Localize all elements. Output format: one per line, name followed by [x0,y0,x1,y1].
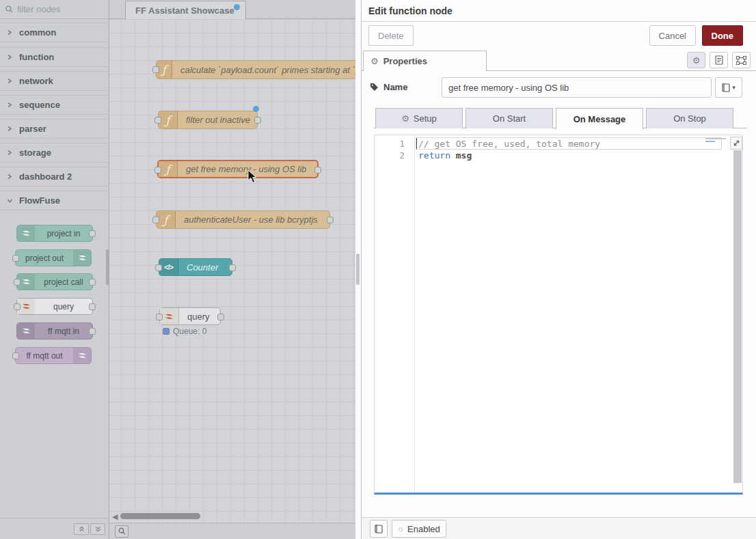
expand-editor-button[interactable] [730,137,742,150]
flow-canvas[interactable]: FF Assistant Showcase ƒ calculate `paylo… [109,0,355,539]
output-port[interactable] [89,230,96,237]
canvas-vertical-scrollbar[interactable] [355,0,361,539]
code-icon: </> [159,259,178,275]
chevron-right-icon [7,78,15,84]
output-port[interactable] [314,167,321,174]
palette-category-parser[interactable]: parser [0,119,109,139]
output-port[interactable] [89,303,96,310]
scrollbar-thumb[interactable] [356,253,360,285]
palette-node-project-out[interactable]: project out [15,249,92,266]
flow-node-filter-out-inactive[interactable]: ƒ filter out inactive [158,111,258,129]
input-port[interactable] [14,303,21,310]
output-port[interactable] [217,314,224,320]
palette-scrollbar[interactable] [106,249,109,285]
tab-properties[interactable]: ⚙ Properties [363,51,487,71]
flow-node-calculate-primes[interactable]: ƒ calculate `payload.count` primes start… [156,60,355,79]
editor-scrollbar[interactable] [733,150,742,483]
name-label: Name [370,82,407,92]
tray-tab-bar: ⚙ Properties ⚙ [362,51,756,71]
canvas-search-button[interactable] [115,525,129,538]
palette-category-storage[interactable]: storage [0,143,109,163]
tab-on-message[interactable]: On Message [556,108,643,129]
gear-icon: ⚙ [370,56,379,66]
tray-toolbar: Delete Cancel Done [362,23,756,51]
function-icon: ƒ [159,111,178,128]
output-port[interactable] [229,264,236,271]
query-icon [160,308,179,324]
library-button[interactable]: ▾ [715,77,742,98]
chevron-right-icon [7,174,15,180]
node-name-input[interactable] [442,77,712,98]
palette-node-label: project call [35,277,92,287]
tab-setup[interactable]: ⚙ Setup [375,108,463,128]
palette-node-ff-mqtt-out[interactable]: ff mqtt out [15,347,92,364]
properties-icon-button[interactable]: ⚙ [687,52,705,68]
input-port[interactable] [14,279,21,286]
horizontal-scrollbar[interactable] [120,513,200,519]
node-label: Counter [187,262,218,273]
mouse-cursor [247,169,257,184]
tray-title: Edit function node [362,0,756,22]
scroll-left-arrow[interactable]: ◀ [112,512,118,521]
palette-category-network[interactable]: network [0,71,109,91]
flow-grid[interactable]: ƒ calculate `payload.count` primes start… [109,19,355,523]
palette-category-dashboard-2[interactable]: dashboard 2 [0,167,109,186]
cancel-button[interactable]: Cancel [649,25,696,46]
node-status: Queue: 0 [163,327,206,336]
tab-on-start[interactable]: On Start [465,108,553,128]
input-port[interactable] [12,353,19,359]
appearance-icon-button[interactable] [732,52,751,68]
delete-button[interactable]: Delete [368,25,414,46]
output-port[interactable] [89,279,96,286]
palette-node-ff-mqtt-in[interactable]: ff mqtt in [16,322,93,340]
done-button[interactable]: Done [702,25,744,46]
tray-tab-icons: ⚙ [687,52,751,68]
input-port[interactable] [152,66,159,73]
palette-category-function[interactable]: function [0,47,109,67]
palette-category-flowfuse[interactable]: FlowFuse [0,191,109,210]
text-cursor [416,138,417,149]
palette-category-sequence[interactable]: sequence [0,95,109,115]
node-red-editor: common function network sequence parser … [0,0,756,539]
description-icon-button[interactable] [710,52,728,68]
flow-node-authenticate-user[interactable]: ƒ authenticateUser - use lib bcryptjs [156,210,330,229]
output-port[interactable] [254,117,261,124]
palette-category-common[interactable]: common [0,23,109,42]
palette-node-label: ff mqtt out [16,351,73,361]
palette-node-project-in[interactable]: project in [16,225,93,242]
line-number: 1 [375,138,405,150]
modified-dot-icon [234,4,240,10]
caret-down-icon: ▾ [732,84,735,91]
tray-body: Name ▾ ⚙ Setup On Start On Message [362,72,756,517]
input-port[interactable] [155,264,162,271]
flow-node-get-free-memory[interactable]: ƒ get free memory - using OS lib [157,160,319,178]
double-chevron-up-icon [79,526,85,532]
output-port[interactable] [327,217,334,223]
node-label: filter out inactive [186,115,250,125]
flow-node-query[interactable]: query [159,307,221,325]
search-icon [5,5,13,13]
tag-icon [370,83,379,92]
node-label: authenticateUser - use lib bcryptjs [184,215,318,225]
input-port[interactable] [156,314,163,320]
tab-on-stop[interactable]: On Stop [646,108,733,128]
code-editor[interactable]: 1 2 // get OS free, used, total memory r… [374,135,743,495]
palette-node-project-call[interactable]: project call [16,273,93,290]
enabled-toggle-button[interactable]: ○ Enabled [392,520,446,538]
output-port[interactable] [89,328,96,335]
workspace-tab[interactable]: FF Assistant Showcase [125,1,246,19]
double-chevron-down-icon [95,526,101,532]
input-port[interactable] [152,217,159,223]
expand-all-button[interactable] [90,523,105,535]
flow-node-counter[interactable]: </> Counter [159,258,232,276]
palette-node-label: project in [35,229,92,238]
palette-search [0,0,109,19]
search-icon [118,527,126,535]
input-port[interactable] [154,117,161,124]
palette-node-query[interactable]: query [16,298,93,315]
collapse-all-button[interactable] [74,523,89,535]
palette-filter-input[interactable] [17,4,99,14]
library-export-button[interactable] [370,520,388,538]
input-port[interactable] [12,255,19,262]
input-port[interactable] [154,167,161,174]
